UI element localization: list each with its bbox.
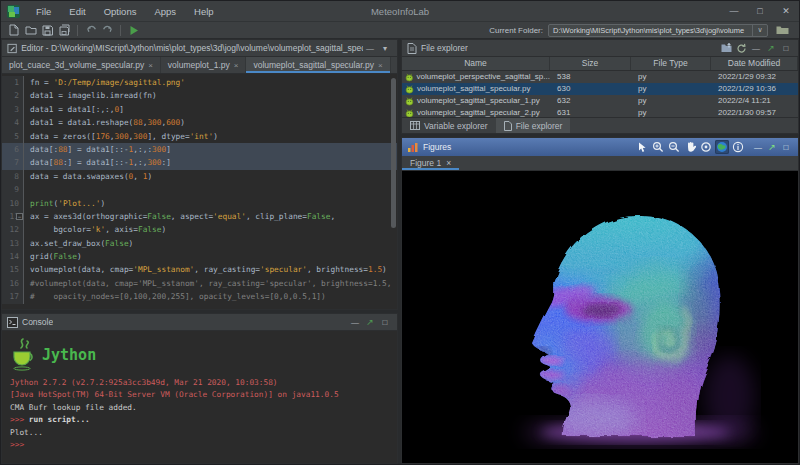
console-line: >>> run script... — [10, 414, 389, 426]
console-panel: Console — ↗ □ J — [1, 313, 398, 464]
figures-minimize-button[interactable]: — — [751, 141, 765, 154]
line-number: 15 — [2, 263, 24, 276]
console-line: >>> — [10, 439, 389, 451]
line-number: 4 — [2, 116, 24, 129]
close-button[interactable]: ✕ — [773, 1, 799, 21]
file-name: volumeplot_sagittal_specular.py — [417, 83, 530, 95]
jython-logo-text: Jython — [42, 346, 96, 364]
current-folder-input[interactable]: D:\Working\MIScript\Jython\mis\plot_type… — [548, 24, 768, 37]
code-line[interactable]: 12 bgcolor='k', axis=False) — [2, 223, 397, 236]
code-line[interactable]: 1fn = 'D:/Temp/image/sagittal.png' — [2, 76, 397, 89]
file-row[interactable]: volumeplot_perspective_sagittal_sp...538… — [402, 71, 798, 83]
close-icon[interactable]: × — [234, 61, 239, 70]
pan-tool-icon[interactable] — [683, 140, 697, 154]
rotate-tool-icon[interactable] — [699, 140, 713, 154]
figures-maximize-button[interactable]: □ — [779, 141, 793, 154]
code-line[interactable]: 11−ax = axes3d(orthographic=False, aspec… — [2, 210, 397, 223]
code-line[interactable]: 6data[:88] = data1[::-1,:,:300] — [2, 143, 397, 156]
code-line[interactable]: 10print('Plot...') — [2, 197, 397, 210]
code-editor[interactable]: 1fn = 'D:/Temp/image/sagittal.png'2data1… — [2, 74, 397, 309]
console-popout-button[interactable]: ↗ — [363, 316, 377, 329]
fold-icon[interactable]: − — [16, 213, 23, 220]
file-row[interactable]: volumeplot_sagittal_specular_2.py631py20… — [402, 107, 798, 117]
save-all-button[interactable] — [57, 24, 72, 37]
code-line[interactable]: 16#volumeplot(data, cmap='MPL_sstanom', … — [2, 277, 397, 290]
line-number: 9 — [2, 183, 24, 196]
editor-panel: Editor - D:\Working\MIScript\Jython\mis\… — [1, 39, 398, 310]
code-line[interactable]: 2data1 = imagelib.imread(fn) — [2, 89, 397, 102]
column-header-size[interactable]: Size — [550, 57, 631, 70]
folder-up-button[interactable] — [719, 42, 733, 55]
menu-item-file[interactable]: File — [28, 4, 59, 19]
file-table-rows: volumeplot_perspective_sagittal_sp...538… — [402, 71, 798, 117]
menu-item-options[interactable]: Options — [96, 4, 145, 19]
file-explorer-maximize-button[interactable]: □ — [779, 42, 793, 55]
menu-item-apps[interactable]: Apps — [146, 4, 184, 19]
file-explorer-minimize-button[interactable]: — — [749, 42, 763, 55]
code-text: #volumeplot(data, cmap='MPL_sstanom', ra… — [24, 277, 391, 290]
line-number: 7 — [2, 156, 24, 169]
tab-variable-explorer[interactable]: Variable explorer — [402, 118, 496, 133]
zoom-in-tool-icon[interactable] — [651, 140, 665, 154]
code-line[interactable]: 17# opacity_nodes=[0,100,200,255], opaci… — [2, 290, 397, 303]
figures-header: Figures — [402, 138, 798, 156]
file-row[interactable]: volumeplot_sagittal_specular.py630py2022… — [402, 83, 798, 95]
console-maximize-button[interactable]: □ — [378, 316, 392, 329]
open-folder-button[interactable] — [23, 24, 38, 37]
identify-tool-icon[interactable] — [731, 140, 745, 154]
editor-tab[interactable]: volumeplot_sagittal_specular.py× — [246, 57, 390, 73]
browse-folder-button[interactable] — [773, 24, 791, 37]
minimize-button[interactable]: — — [721, 1, 747, 21]
code-text: data1 = data1.reshape(88,300,600) — [24, 116, 185, 129]
py-file-icon — [405, 109, 414, 118]
code-line[interactable]: 4data1 = data1.reshape(88,300,600) — [2, 116, 397, 129]
code-line[interactable]: 5data = zeros([176,300,300], dtype='int'… — [2, 130, 397, 143]
code-text: grid(False) — [24, 250, 82, 263]
column-header-name[interactable]: Name — [402, 57, 550, 70]
editor-tab[interactable]: plot_cuace_3d_volume_specular.py× — [2, 57, 161, 73]
volume-head-render — [402, 171, 798, 463]
tab-file-explorer[interactable]: File explorer — [496, 118, 571, 133]
figure-canvas[interactable] — [402, 171, 798, 463]
code-line[interactable]: 9 — [2, 183, 397, 196]
file-explorer-header: File explorer — ↗ □ — [402, 40, 798, 57]
py-file-icon — [405, 85, 414, 94]
run-script-button[interactable] — [126, 24, 141, 37]
close-icon[interactable]: × — [148, 61, 153, 70]
close-icon[interactable]: × — [446, 158, 451, 168]
console-line: Jython 2.7.2 (v2.7.2:925a3cc3b49d, Mar 2… — [10, 377, 389, 389]
save-button[interactable] — [40, 24, 55, 37]
tab-figure-1[interactable]: Figure 1 × — [402, 156, 459, 170]
console-output[interactable]: Jython Jython 2.7.2 (v2.7.2:925a3cc3b49d… — [2, 331, 397, 463]
code-line[interactable]: 14grid(False) — [2, 250, 397, 263]
column-header-file-type[interactable]: File Type — [631, 57, 711, 70]
menu-item-edit[interactable]: Edit — [61, 4, 93, 19]
console-minimize-button[interactable]: — — [348, 316, 362, 329]
menu-item-help[interactable]: Help — [186, 4, 222, 19]
maximize-button[interactable]: □ — [747, 1, 773, 21]
file-explorer-popout-button[interactable]: ↗ — [764, 42, 778, 55]
new-file-button[interactable] — [6, 24, 21, 37]
code-line[interactable]: 8data = data.swapaxes(0, 1) — [2, 170, 397, 183]
redo-button[interactable] — [100, 24, 115, 37]
code-line[interactable]: 15volumeplot(data, cmap='MPL_sstanom', r… — [2, 263, 397, 276]
code-line[interactable]: 7data[88:] = data1[::-1,:,300:] — [2, 156, 397, 169]
refresh-button[interactable] — [734, 42, 748, 55]
code-line[interactable]: 13ax.set_draw_box(False) — [2, 237, 397, 250]
code-line[interactable]: 3data1 = data1[:,:,0] — [2, 103, 397, 116]
current-folder-value: D:\Working\MIScript\Jython\mis\plot_type… — [549, 26, 752, 35]
zoom-out-tool-icon[interactable] — [667, 140, 681, 154]
column-header-date-modified[interactable]: Date Modified — [711, 57, 798, 70]
close-icon[interactable]: × — [378, 61, 383, 70]
editor-minimize-button[interactable]: — — [363, 42, 377, 55]
editor-scrollbar[interactable] — [391, 78, 396, 228]
select-tool-icon[interactable] — [635, 140, 649, 154]
editor-tab[interactable]: volumeplot_1.py× — [161, 57, 247, 73]
file-row[interactable]: volumeplot_sagittal_specular_1.py632py20… — [402, 95, 798, 107]
chevron-down-icon[interactable]: ∨ — [752, 25, 767, 36]
globe-tool-icon[interactable] — [715, 140, 729, 154]
figures-popout-button[interactable]: ↗ — [765, 141, 779, 154]
editor-menu-button[interactable]: ▾ — [378, 42, 392, 55]
jython-cup-icon — [10, 338, 38, 372]
undo-button[interactable] — [83, 24, 98, 37]
